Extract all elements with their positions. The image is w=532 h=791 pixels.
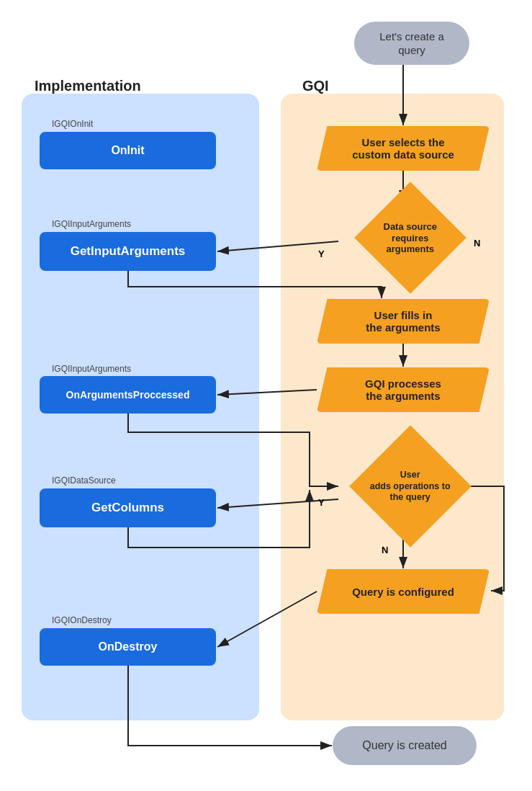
label-oninit: IGQIOnInit (52, 119, 93, 129)
gqi-processes-args: GQI processesthe arguments (317, 367, 490, 412)
getcolumns-box: GetColumns (40, 488, 216, 527)
onargsproc-box: OnArgumentsProccessed (40, 376, 216, 414)
oninit-box: OnInit (40, 132, 216, 169)
diamond-ds-args: Data sourcerequires arguments (338, 202, 482, 274)
diamond-n2-label: N (382, 545, 388, 555)
label-onargsproc: IGQIInputArguments (52, 364, 131, 374)
ondestroy-box: OnDestroy (40, 628, 216, 666)
diamond-y-label: Y (318, 249, 325, 259)
user-fills-args: User fills inthe arguments (317, 299, 490, 344)
label-ondestroy: IGQIOnDestroy (52, 615, 112, 625)
query-configured: Query is configured (317, 569, 490, 614)
diamond-n-label: N (474, 238, 480, 249)
diamond-user-adds: Useradds operations tothe query (338, 443, 482, 529)
start-node: Let's create a query (354, 22, 469, 65)
diamond-y2-label: Y (318, 497, 325, 508)
end-node: Query is created (333, 726, 477, 765)
label-getinputargs: IGQIInputArguments (52, 219, 131, 229)
diagram-container: Implementation GQI Let's create a query … (0, 0, 532, 791)
select-datasource: User selects thecustom data source (317, 126, 490, 171)
gqi-section-label: GQI (302, 78, 329, 94)
getinputargs-box: GetInputArguments (40, 232, 216, 271)
label-getcolumns: IGQIDataSource (52, 475, 116, 486)
impl-section-label: Implementation (35, 78, 141, 94)
